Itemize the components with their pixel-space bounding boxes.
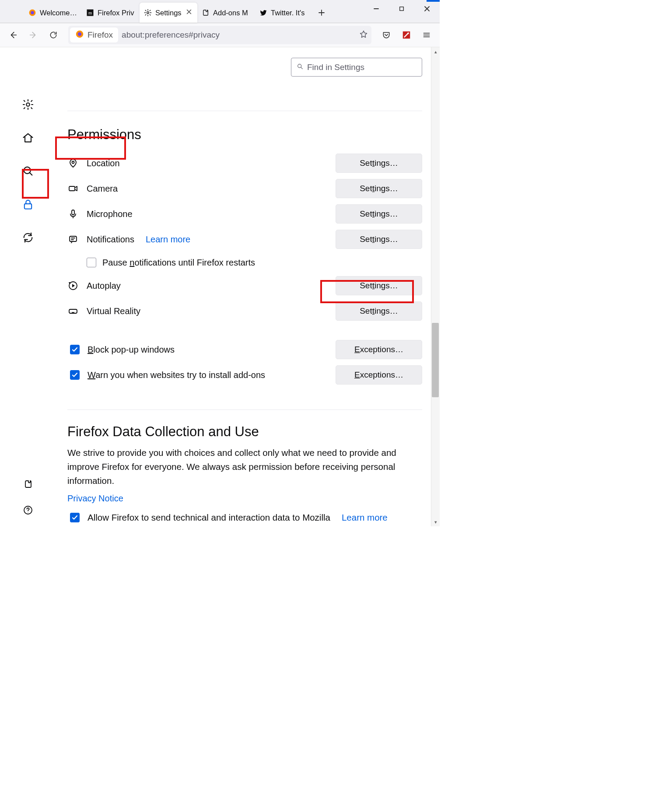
tab-addons[interactable]: Add-ons M <box>197 3 255 23</box>
pause-notifications-checkbox[interactable] <box>87 258 96 267</box>
wiki-icon: m <box>86 9 94 17</box>
sidebar-item-home[interactable] <box>18 128 38 148</box>
tab-label: Welcome to <box>40 9 77 17</box>
pocket-button[interactable] <box>378 26 395 44</box>
data-collection-paragraph: We strive to provide you with choices an… <box>67 446 400 487</box>
perm-label: Virtual Reality <box>87 306 140 316</box>
svg-point-10 <box>26 103 29 106</box>
separator <box>67 111 422 111</box>
camera-icon <box>67 183 79 194</box>
sidebar-item-privacy[interactable] <box>18 194 38 214</box>
svg-rect-5 <box>400 7 404 11</box>
sidebar-item-general[interactable] <box>18 94 38 115</box>
search-placeholder: Find in Settings <box>307 63 364 72</box>
allow-telemetry-checkbox[interactable] <box>70 513 80 522</box>
exceptions-button-addons[interactable]: Exceptions… <box>336 365 422 385</box>
sidebar-item-extensions[interactable] <box>18 474 38 494</box>
allow-telemetry-label: Allow Firefox to send technical and inte… <box>88 512 330 523</box>
content-area: Find in Settings Permissions Location Se… <box>0 47 440 526</box>
perm-row-location: Location Settings… <box>67 150 422 176</box>
scroll-up-arrow[interactable]: ▴ <box>431 47 440 56</box>
maximize-button[interactable] <box>389 0 414 18</box>
perm-row-virtual-reality: Virtual Reality Settings… <box>67 298 422 324</box>
perm-label: Notifications <box>87 234 134 245</box>
warn-addons-checkbox[interactable] <box>70 370 80 380</box>
sidebar-item-sync[interactable] <box>18 228 38 248</box>
firefox-icon <box>28 9 36 17</box>
tab-label: Settings <box>155 9 182 17</box>
perm-label: Autoplay <box>87 281 121 291</box>
sidebar-item-help[interactable] <box>18 500 38 520</box>
settings-button-location[interactable]: Settings… <box>336 154 422 173</box>
separator <box>67 410 422 410</box>
settings-button-vr[interactable]: Settings… <box>336 301 422 321</box>
vr-icon <box>67 305 79 317</box>
settings-button-camera[interactable]: Settings… <box>336 179 422 198</box>
block-popups-row: Block pop-up windows Exceptions… <box>67 337 422 362</box>
nav-toolbar: Firefox about:preferences#privacy <box>0 23 440 47</box>
settings-button-microphone[interactable]: Settings… <box>336 204 422 224</box>
search-icon <box>297 63 304 72</box>
learn-more-link[interactable]: Learn more <box>342 512 388 523</box>
autoplay-icon <box>67 280 79 291</box>
permissions-heading: Permissions <box>67 127 422 143</box>
close-icon[interactable] <box>186 9 193 17</box>
tab-label: Add-ons M <box>213 9 251 17</box>
addon-icon <box>202 9 210 17</box>
settings-button-notifications[interactable]: Settings… <box>336 230 422 249</box>
pause-notifications-row: Pause notifications until Firefox restar… <box>67 252 422 273</box>
category-sidebar <box>0 47 56 526</box>
minimize-button[interactable] <box>364 0 389 18</box>
data-collection-heading: Firefox Data Collection and Use <box>67 424 422 440</box>
url-bar[interactable]: Firefox about:preferences#privacy <box>68 26 371 44</box>
back-button[interactable] <box>4 26 22 44</box>
tab-twitter[interactable]: Twitter. It's <box>255 3 313 23</box>
svg-point-9 <box>407 33 409 35</box>
perm-row-autoplay: Autoplay Settings… <box>67 273 422 298</box>
microphone-icon <box>67 208 79 220</box>
svg-point-4 <box>147 12 149 14</box>
search-input[interactable]: Find in Settings <box>291 58 422 77</box>
perm-row-notifications: Notifications Learn more Settings… <box>67 227 422 252</box>
firefox-icon <box>75 30 84 41</box>
privacy-notice-link[interactable]: Privacy Notice <box>67 494 123 504</box>
new-tab-button[interactable] <box>313 3 330 23</box>
app-menu-button[interactable] <box>418 26 435 44</box>
svg-rect-17 <box>69 186 75 191</box>
bookmark-star-icon[interactable] <box>359 30 368 41</box>
reload-button[interactable] <box>45 26 62 44</box>
perm-label: Location <box>87 158 120 168</box>
learn-more-link[interactable]: Learn more <box>146 234 190 245</box>
sidebar-item-search[interactable] <box>18 161 38 181</box>
identity-label: Firefox <box>88 30 113 40</box>
tab-welcome[interactable]: Welcome to <box>24 3 82 23</box>
allow-telemetry-row: Allow Firefox to send technical and inte… <box>67 512 422 523</box>
scroll-thumb[interactable] <box>432 323 439 397</box>
pause-notifications-label: Pause notifications until Firefox restar… <box>102 258 255 268</box>
warn-addons-label: Warn you when websites try to install ad… <box>88 370 265 380</box>
settings-button-autoplay[interactable]: Settings… <box>336 276 422 295</box>
titlebar: Welcome to m Firefox Priv Settings Add-o… <box>0 0 440 23</box>
svg-rect-19 <box>70 236 77 242</box>
tab-firefox-privacy[interactable]: m Firefox Priv <box>82 3 140 23</box>
twitter-icon <box>259 9 267 17</box>
extension-button[interactable] <box>398 26 415 44</box>
gear-icon <box>144 9 152 17</box>
scroll-down-arrow[interactable]: ▾ <box>431 518 440 526</box>
svg-rect-18 <box>72 210 74 215</box>
perm-row-microphone: Microphone Settings… <box>67 201 422 227</box>
exceptions-button-popups[interactable]: Exceptions… <box>336 340 422 359</box>
block-popups-checkbox[interactable] <box>70 345 80 354</box>
identity-box[interactable]: Firefox <box>70 28 118 42</box>
url-text: about:preferences#privacy <box>122 30 356 40</box>
forward-button[interactable] <box>24 26 42 44</box>
tab-settings[interactable]: Settings <box>140 3 197 23</box>
svg-point-16 <box>72 161 74 164</box>
close-window-button[interactable] <box>414 0 440 18</box>
svg-point-14 <box>28 512 28 512</box>
settings-panel: Find in Settings Permissions Location Se… <box>56 47 440 526</box>
sidebar-bottom <box>0 474 56 520</box>
vertical-scrollbar[interactable]: ▴ ▾ <box>431 47 440 526</box>
tab-label: Firefox Priv <box>98 9 135 17</box>
svg-rect-12 <box>24 204 32 209</box>
